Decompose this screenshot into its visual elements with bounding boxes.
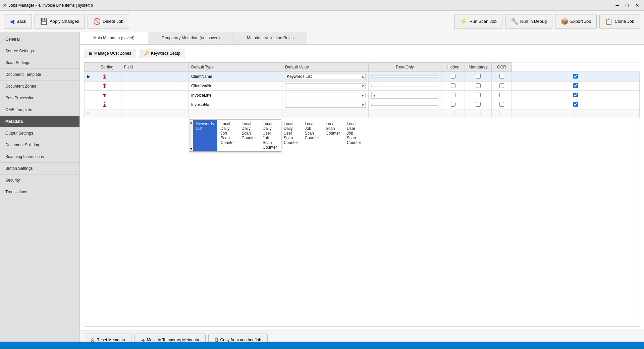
sidebar-item-translations[interactable]: Translations	[0, 186, 79, 198]
field-cell: InvoiceNo	[189, 100, 282, 109]
mandatory-cell[interactable]	[492, 72, 512, 82]
default-value-cell	[369, 72, 441, 82]
ocr-checkbox[interactable]	[573, 83, 578, 88]
minimize-button[interactable]: ─	[614, 2, 621, 9]
back-button[interactable]: ◀ Back	[4, 14, 32, 29]
readonly-cell[interactable]	[441, 100, 465, 109]
dropdown-option-local-daily-user-scan-counter[interactable]: Local Daily User Scan Counter	[280, 120, 302, 151]
mandatory-checkbox[interactable]	[499, 93, 504, 97]
hidden-checkbox[interactable]	[476, 93, 481, 97]
readonly-checkbox[interactable]	[451, 102, 455, 107]
col-sorting: Sorting	[98, 63, 121, 72]
delete-row-button[interactable]: 🗑	[101, 102, 109, 108]
default-type-dropdown[interactable]: ▲ ▼ Keywords ListLocal Daily Job Scan Co…	[189, 119, 281, 152]
hidden-checkbox[interactable]	[476, 83, 481, 88]
default-type-cell[interactable]: ∨	[282, 82, 369, 91]
hidden-cell[interactable]	[465, 82, 492, 91]
dropdown-scroll-down[interactable]: ▼	[190, 147, 193, 151]
default-type-cell[interactable]: Keywords List ∧	[282, 72, 369, 82]
readonly-cell[interactable]	[441, 72, 465, 82]
mandatory-checkbox[interactable]	[499, 102, 504, 107]
readonly-checkbox[interactable]	[451, 83, 455, 88]
default-type-cell[interactable]: ∨	[282, 91, 369, 100]
apply-changes-button[interactable]: 💾 Apply Changes	[35, 14, 85, 29]
run-scan-button[interactable]: ⚡ Run Scan Job	[454, 14, 502, 29]
sidebar-item-document-template[interactable]: Document Template	[0, 69, 79, 81]
hidden-checkbox[interactable]	[476, 74, 481, 79]
run-debug-button[interactable]: 🔧 Run in Debug	[505, 14, 553, 29]
tab-main-metadata[interactable]: Main Metadata (saved)	[80, 32, 148, 44]
ocr-cell[interactable]	[512, 82, 640, 91]
default-type-cell[interactable]: ∨	[282, 100, 369, 109]
mandatory-cell[interactable]	[492, 100, 512, 109]
default-type-select[interactable]: ∨	[285, 102, 366, 108]
new-row-hidden-cb[interactable]	[476, 111, 481, 115]
sidebar-item-post-processing[interactable]: Post Processing	[0, 92, 79, 104]
clone-label: Clone Job	[614, 19, 634, 24]
dropdown-scroll-up[interactable]: ▲	[190, 120, 193, 124]
dropdown-option-local-daily-scan-counter[interactable]: Local Daily Scan Counter	[238, 120, 259, 151]
run-icon: ⚡	[460, 18, 467, 25]
ocr-cell[interactable]	[512, 100, 640, 109]
manage-ocr-button[interactable]: ⊞Manage OCR Zones	[84, 49, 136, 58]
sidebar-item-output-settings[interactable]: Output Settings	[0, 128, 79, 139]
dropdown-option-keywords-list[interactable]: Keywords List	[193, 120, 217, 151]
sidebar-item-button-settings[interactable]: Button Settings	[0, 163, 79, 174]
default-type-select[interactable]: Keywords List ∧	[285, 73, 366, 80]
mandatory-cell[interactable]	[492, 91, 512, 100]
default-type-select[interactable]: ∨	[285, 83, 366, 89]
new-row-readonly-cb[interactable]	[451, 111, 455, 115]
new-row-mandatory-cb[interactable]	[499, 111, 504, 115]
delete-job-button[interactable]: 🚫 Delete Job	[88, 14, 129, 29]
sidebar-item-scanning-instructions[interactable]: Scanning Instructions	[0, 151, 79, 163]
delete-label: Delete Job	[103, 19, 123, 24]
readonly-checkbox[interactable]	[451, 93, 455, 97]
delete-row-button[interactable]: 🗑	[101, 83, 109, 89]
sidebar-item-document-splitting[interactable]: Document Splitting	[0, 139, 79, 151]
readonly-cell[interactable]	[441, 82, 465, 91]
close-button[interactable]: ✕	[633, 2, 641, 9]
title-text: Jobs Manager - 4. Invoice Line Items | s…	[9, 3, 93, 8]
ocr-checkbox[interactable]	[573, 93, 578, 97]
sidebar-item-source-settings[interactable]: Source Settings	[0, 45, 79, 57]
sidebar-item-scan-settings[interactable]: Scan Settings	[0, 57, 79, 69]
sidebar-item-general[interactable]: General	[0, 34, 79, 45]
dropdown-option-local-daily-user-job-scan-counter[interactable]: Local Daily User Job Scan Counter	[259, 120, 280, 151]
sidebar-item-security[interactable]: Security	[0, 174, 79, 186]
ocr-cell[interactable]	[512, 72, 640, 82]
new-row-ocr-cb[interactable]	[573, 111, 578, 115]
delete-row-button[interactable]: 🗑	[101, 73, 109, 80]
sidebar-item-metadata[interactable]: Metadata	[0, 116, 79, 128]
new-row-type	[282, 109, 369, 118]
hidden-cell[interactable]	[465, 91, 492, 100]
mandatory-checkbox[interactable]	[499, 83, 504, 88]
clone-job-button[interactable]: 📋 Clone Job	[599, 14, 640, 29]
ocr-checkbox[interactable]	[573, 74, 578, 79]
dropdown-option-local-scan-counter[interactable]: Local Scan Counter	[322, 120, 343, 151]
default-value-display	[371, 85, 438, 87]
hidden-checkbox[interactable]	[476, 102, 481, 107]
toolbar: ◀ Back 💾 Apply Changes 🚫 Delete Job ⚡ Ru…	[0, 11, 644, 32]
tab-temp-metadata[interactable]: Temporary Metadata (not saved)	[148, 32, 233, 44]
dropdown-option-local-user-job-scan-counter[interactable]: Local User Job Scan Counter	[343, 120, 365, 151]
dropdown-option-local-daily-job-scan-counter[interactable]: Local Daily Job Scan Counter	[217, 120, 238, 151]
mandatory-cell[interactable]	[492, 82, 512, 91]
ocr-checkbox[interactable]	[573, 102, 578, 107]
default-type-select[interactable]: ∨	[285, 93, 366, 98]
readonly-checkbox[interactable]	[451, 74, 455, 79]
ocr-cell[interactable]	[512, 91, 640, 100]
tab-validation-rules[interactable]: Metadata Validation Rules	[233, 32, 307, 44]
keywords-setup-button[interactable]: 🔑Keywords Setup	[139, 49, 185, 58]
export-job-button[interactable]: 📦 Export Job	[555, 14, 597, 29]
hidden-cell[interactable]	[465, 72, 492, 82]
dropdown-option-local-job-scan-counter[interactable]: Local Job Scan Counter	[301, 120, 322, 151]
sidebar-item-document-zones[interactable]: Document Zones	[0, 81, 79, 92]
readonly-cell[interactable]	[441, 91, 465, 100]
delete-row-button[interactable]: 🗑	[101, 92, 109, 98]
hidden-cell[interactable]	[465, 100, 492, 109]
mandatory-checkbox[interactable]	[499, 74, 504, 79]
new-row-value	[369, 109, 441, 118]
maximize-button[interactable]: □	[624, 2, 631, 9]
sorting-cell	[121, 82, 189, 91]
sidebar-item-omr-template[interactable]: OMR Template	[0, 104, 79, 116]
